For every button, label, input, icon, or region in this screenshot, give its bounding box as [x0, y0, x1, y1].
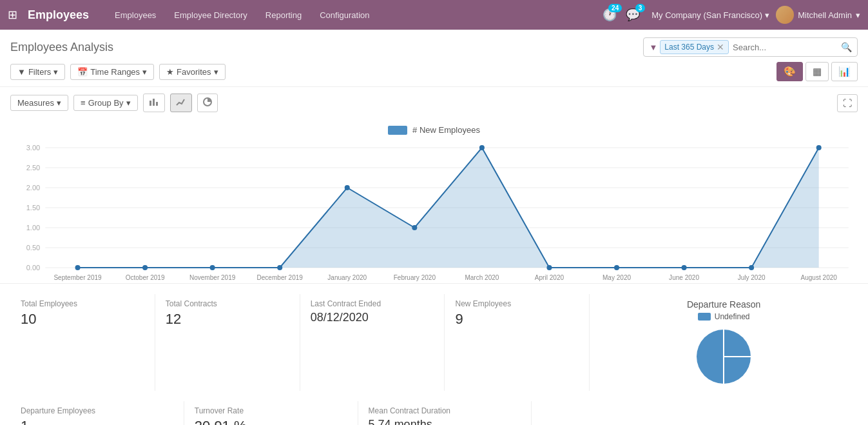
stat-last-contract: Last Contract Ended 08/12/2020	[300, 294, 445, 391]
pie-chart	[600, 321, 847, 386]
svg-text:September 2019: September 2019	[53, 274, 102, 281]
nav-employees[interactable]: Employees	[107, 6, 164, 24]
svg-text:August 2020: August 2020	[800, 274, 837, 281]
group-by-label: Group By	[88, 98, 124, 108]
svg-text:February 2020: February 2020	[394, 274, 436, 281]
graph-view-button[interactable]: 🎨	[776, 62, 803, 81]
svg-text:April 2020: April 2020	[535, 274, 564, 281]
chart-dot	[75, 265, 81, 270]
messages-badge[interactable]: 💬 3	[626, 8, 640, 22]
company-selector[interactable]: My Company (San Francisco) ▾	[651, 10, 769, 20]
stat-mean-contract: Mean Contract Duration 5.74 months	[358, 401, 532, 425]
stat-placeholder	[532, 401, 858, 425]
nav-reporting[interactable]: Reporting	[258, 6, 309, 24]
stat-turnover-rate: Turnover Rate 20.91 %	[184, 401, 358, 425]
group-by-button[interactable]: ≡ Group By ▾	[73, 95, 138, 111]
legend-label: # New Employees	[412, 125, 480, 135]
svg-rect-0	[149, 101, 151, 106]
expand-button[interactable]: ⛶	[837, 94, 858, 112]
filter-funnel-icon: ▼	[17, 67, 26, 77]
stat-total-contracts: Total Contracts 12	[155, 294, 300, 391]
line-chart-type-button[interactable]	[170, 94, 192, 112]
stat-departure-employees-value: 1	[21, 418, 173, 425]
star-icon: ★	[166, 67, 174, 77]
pie-chart-type-button[interactable]	[197, 94, 218, 112]
stat-departure-reason: Departure Reason Undefined	[590, 294, 858, 391]
stat-new-employees: New Employees 9	[445, 294, 590, 391]
chart-dot	[614, 265, 619, 270]
filter-tag-close[interactable]: ✕	[717, 42, 724, 52]
calendar-icon: 📅	[77, 67, 88, 77]
stat-mean-contract-value: 5.74 months	[369, 418, 521, 425]
page-header: Employees Analysis ▼ Last 365 Days ✕ 🔍	[0, 30, 868, 57]
svg-text:1.00: 1.00	[26, 224, 41, 232]
pie-legend-swatch	[698, 313, 711, 321]
filter-tag-last365days: Last 365 Days ✕	[660, 40, 729, 54]
stat-last-contract-value: 08/12/2020	[311, 311, 434, 324]
time-ranges-dropdown-icon: ▾	[142, 67, 147, 77]
stat-new-employees-value: 9	[455, 311, 579, 328]
filter-icon: ▼	[649, 43, 657, 52]
group-by-dropdown-icon: ▾	[126, 98, 131, 108]
search-magnifier-icon[interactable]: 🔍	[841, 42, 852, 52]
app-title: Employees	[28, 8, 89, 22]
stat-new-employees-label: New Employees	[455, 299, 579, 308]
grid-icon[interactable]: ⊞	[8, 8, 17, 22]
bar-view-button[interactable]: 📊	[831, 62, 858, 81]
svg-text:December 2019: December 2019	[256, 274, 303, 281]
top-navigation: ⊞ Employees Employees Employee Directory…	[0, 0, 868, 30]
favorites-label: Favorites	[177, 67, 211, 77]
stat-turnover-rate-label: Turnover Rate	[195, 406, 347, 415]
user-dropdown-icon: ▾	[856, 10, 860, 20]
topbar-right: 🕐 24 💬 3 My Company (San Francisco) ▾ Mi…	[603, 6, 860, 24]
chart-dot	[479, 145, 485, 150]
svg-text:March 2020: March 2020	[465, 274, 499, 281]
chart-dot	[277, 265, 282, 270]
svg-text:November 2019: November 2019	[189, 274, 236, 281]
chart-svg: 3.00 2.50 2.00 1.50 1.00 0.50 0.00	[13, 141, 855, 283]
nav-employee-directory[interactable]: Employee Directory	[166, 6, 255, 24]
list-view-button[interactable]: ▦	[805, 62, 829, 81]
company-name: My Company (San Francisco)	[651, 10, 762, 20]
chart-dot	[749, 265, 754, 270]
svg-text:2.50: 2.50	[26, 164, 41, 172]
svg-rect-2	[156, 102, 158, 106]
chart-dot	[412, 225, 417, 230]
stat-mean-contract-label: Mean Contract Duration	[369, 406, 521, 415]
user-avatar	[776, 6, 794, 24]
chart-dot	[210, 265, 215, 270]
notifications-badge[interactable]: 🕐 24	[603, 8, 617, 22]
stat-total-contracts-label: Total Contracts	[166, 299, 289, 308]
nav-configuration[interactable]: Configuration	[312, 6, 377, 24]
favorites-button[interactable]: ★ Favorites ▾	[159, 64, 225, 80]
search-input[interactable]	[729, 43, 841, 52]
stat-departure-employees-label: Departure Employees	[21, 406, 173, 415]
groupby-lines-icon: ≡	[81, 98, 86, 108]
legend-color-swatch	[388, 126, 407, 135]
svg-text:3.00: 3.00	[26, 144, 41, 152]
stats-row-1: Total Employees 10 Total Contracts 12 La…	[0, 283, 868, 401]
company-dropdown-icon: ▾	[765, 10, 769, 20]
chart-dot	[682, 265, 687, 270]
measures-button[interactable]: Measures ▾	[10, 95, 68, 111]
svg-text:1.50: 1.50	[26, 204, 41, 212]
view-switcher: 🎨 ▦ 📊	[776, 62, 858, 81]
user-menu[interactable]: Mitchell Admin ▾	[776, 6, 860, 24]
page-title: Employees Analysis	[10, 41, 113, 54]
svg-text:0.50: 0.50	[26, 244, 41, 252]
bar-chart-type-button[interactable]	[143, 94, 165, 112]
chart-dot	[142, 265, 148, 270]
departure-reason-title: Departure Reason	[600, 299, 847, 310]
notifications-count: 24	[608, 4, 622, 12]
stat-departure-employees: Departure Employees 1	[10, 401, 184, 425]
svg-text:July 2020: July 2020	[738, 274, 766, 281]
time-ranges-label: Time Ranges	[90, 67, 140, 77]
stat-total-employees-label: Total Employees	[21, 299, 144, 308]
filters-button[interactable]: ▼ Filters ▾	[10, 64, 65, 80]
filters-label: Filters	[28, 67, 51, 77]
main-content: Employees Analysis ▼ Last 365 Days ✕ 🔍 ▼…	[0, 30, 868, 425]
stat-turnover-rate-value: 20.91 %	[195, 418, 347, 425]
time-ranges-button[interactable]: 📅 Time Ranges ▾	[70, 64, 154, 80]
svg-text:2.00: 2.00	[26, 184, 41, 192]
chart-container: # New Employees 3.00 2.50 2.00 1.50 1.00…	[0, 119, 868, 283]
